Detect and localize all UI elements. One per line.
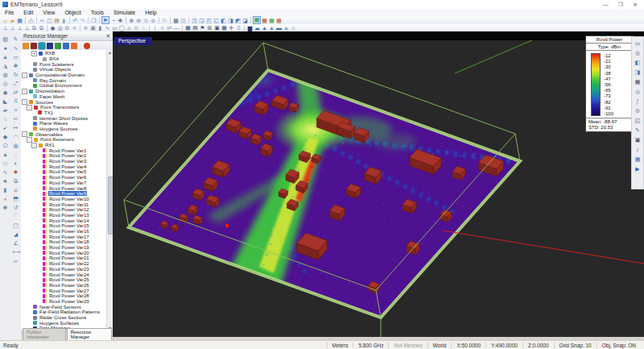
tree-item-rx1[interactable]: -RX1 bbox=[21, 143, 107, 148]
vp-cube2-icon[interactable]: ◨ bbox=[634, 68, 642, 77]
rm-layers-icon[interactable] bbox=[71, 43, 77, 49]
sphere-tool-icon[interactable]: ● bbox=[2, 44, 9, 52]
tree-item-rcvd-power-var15[interactable]: Rcvd Power Var15 bbox=[21, 223, 107, 229]
tree-item-rcvd-power-var4[interactable]: Rcvd Power Var4 bbox=[21, 164, 107, 169]
tree-item-huygens-sources[interactable]: Huygens Sources bbox=[21, 127, 107, 132]
torus-tool-icon[interactable]: ◎ bbox=[2, 79, 9, 88]
loft-tool-icon[interactable]: ◗ bbox=[2, 194, 9, 203]
terrain-icon[interactable]: ☁ bbox=[254, 24, 261, 31]
measure2-icon[interactable]: ∠ bbox=[12, 239, 19, 247]
env-icon[interactable]: ⌂ bbox=[290, 24, 297, 31]
tree-item-rcvd-power-var8[interactable]: Rcvd Power Var8 bbox=[21, 185, 107, 191]
sweep-icon[interactable]: ⌒ bbox=[12, 212, 19, 221]
tree-item-point-transmitters[interactable]: -Point Transmitters bbox=[21, 105, 107, 110]
tree-item-rcvd-power-var20[interactable]: Rcvd Power Var20 bbox=[21, 250, 107, 256]
box-tool-icon[interactable]: ▭ bbox=[111, 24, 118, 31]
open-icon[interactable]: ▰ bbox=[9, 17, 16, 24]
tree-item-rcvd-power-var26[interactable]: Rcvd Power Var26 bbox=[21, 283, 107, 289]
tree-item-rcvd-power-var19[interactable]: Rcvd Power Var19 bbox=[21, 245, 107, 251]
blob-tool-icon[interactable]: ❋ bbox=[2, 203, 9, 212]
tree-item-rcvd-power-var18[interactable]: Rcvd Power Var18 bbox=[21, 239, 107, 245]
collapse-icon[interactable]: - bbox=[22, 73, 27, 78]
orbit-icon[interactable]: ◔ bbox=[109, 17, 117, 24]
rotate-icon[interactable]: ↻ bbox=[12, 70, 19, 79]
vertex-icon[interactable]: ◬ bbox=[126, 24, 133, 31]
lock-icon[interactable]: ▣ bbox=[89, 24, 97, 31]
collapse-icon[interactable]: - bbox=[22, 89, 27, 94]
tree-item-hertzian-short-dipoles[interactable]: Hertzian Short Dipoles bbox=[21, 115, 107, 121]
vp-window-icon[interactable]: ▭ bbox=[634, 39, 642, 48]
tree-item-facet-mesh[interactable]: Facet Mesh bbox=[21, 94, 107, 100]
tree-item-virtual-objects[interactable]: Virtual Objects bbox=[21, 67, 107, 73]
axis-x-icon[interactable]: ⊥ bbox=[2, 24, 9, 31]
normal-icon[interactable]: ⊚ bbox=[133, 24, 140, 31]
subtract-icon[interactable]: ◌ bbox=[12, 150, 19, 159]
result-view-2-icon[interactable]: ▦ bbox=[261, 17, 268, 24]
star-tool-icon[interactable]: ★ bbox=[2, 177, 9, 185]
tree-item-global-environment[interactable]: Global Environment bbox=[21, 83, 107, 89]
pan-icon[interactable]: ✥ bbox=[117, 17, 124, 24]
zoom-out-icon[interactable]: ⊖ bbox=[135, 17, 142, 24]
tree-item-discretization[interactable]: -Discretization bbox=[21, 89, 107, 94]
plane-yz-icon[interactable]: ⧉ bbox=[38, 24, 45, 31]
revolve-icon[interactable]: ↺ bbox=[12, 203, 19, 212]
plate-tool-icon[interactable]: ▰ bbox=[2, 106, 9, 114]
align-icon[interactable]: ≡ bbox=[12, 106, 19, 114]
zoom-extents-icon[interactable]: ⊘ bbox=[150, 17, 157, 24]
explode-icon[interactable]: ✸ bbox=[12, 168, 19, 177]
table-icon[interactable]: ▦ bbox=[221, 24, 228, 31]
dash-icon[interactable]: — bbox=[173, 24, 180, 31]
undo-icon[interactable]: ↶ bbox=[72, 17, 79, 24]
tree-item-rcvd-power-var6[interactable]: Rcvd Power Var6 bbox=[21, 175, 107, 181]
disc-tool-icon[interactable]: ◉ bbox=[2, 88, 9, 97]
circle-tool-icon[interactable]: ◯ bbox=[118, 24, 126, 31]
vp-cam-icon[interactable]: ▣ bbox=[634, 135, 642, 145]
tree-item-ray-domain[interactable]: Ray Domain bbox=[21, 77, 107, 83]
tree-item-rcvd-power-var16[interactable]: Rcvd Power Var16 bbox=[21, 229, 107, 235]
tree-item-rcvd-power-var2[interactable]: Rcvd Power Var2 bbox=[21, 153, 107, 159]
tree-item-radar-cross-sections[interactable]: Radar Cross Sections bbox=[21, 315, 107, 321]
water-icon[interactable]: ▬ bbox=[275, 24, 283, 31]
extrude-icon[interactable]: ⬒ bbox=[12, 194, 19, 203]
redo-icon[interactable]: ↷ bbox=[79, 17, 86, 24]
menu-simulate[interactable]: Simulate bbox=[109, 10, 140, 15]
grid-toggle-icon[interactable]: ▦ bbox=[184, 24, 192, 31]
axis-view-icon[interactable]: ⊥ bbox=[23, 24, 31, 31]
tree-item-rcvd-power-var12[interactable]: Rcvd Power Var12 bbox=[21, 207, 107, 213]
panel-tab-resource-manager[interactable]: Resource Manager bbox=[67, 328, 112, 340]
tree-item-rcvd-power-var5[interactable]: Rcvd Power Var5 bbox=[21, 169, 107, 175]
vp-shade-icon[interactable]: ◍ bbox=[634, 48, 642, 58]
panel-tab-python-interpreter[interactable]: Python Interpreter bbox=[23, 328, 66, 340]
tree-item-rcvd-power-var23[interactable]: Rcvd Power Var23 bbox=[21, 267, 107, 272]
tree-item-point-scatterers[interactable]: Point Scatterers bbox=[21, 61, 107, 67]
close-button[interactable]: ✕ bbox=[633, 2, 638, 8]
view-left-icon[interactable]: ◰ bbox=[205, 17, 213, 24]
tree-item-rcvd-power-var22[interactable]: Rcvd Power Var22 bbox=[21, 261, 107, 267]
vp-play-icon[interactable]: ▶ bbox=[634, 164, 642, 174]
mountain-icon[interactable]: ▲ bbox=[268, 24, 275, 31]
hills-icon[interactable]: ▲ bbox=[261, 24, 268, 31]
tree-item-rcvd-power-var17[interactable]: Rcvd Power Var17 bbox=[21, 234, 107, 239]
vp-fx1-icon[interactable]: ƒ bbox=[634, 97, 642, 106]
tree-item-rcvd-power-var14[interactable]: Rcvd Power Var14 bbox=[21, 218, 107, 223]
tree-item-rcvd-power-var7[interactable]: Rcvd Power Var7 bbox=[21, 181, 107, 186]
vp-movie-icon[interactable]: ♪ bbox=[634, 145, 642, 155]
menu-help[interactable]: Help bbox=[140, 10, 161, 15]
axis-y-icon[interactable]: ⊥ bbox=[9, 24, 16, 31]
view-iso-icon[interactable]: ◩ bbox=[234, 17, 242, 24]
mirror-icon[interactable]: ⇄ bbox=[12, 88, 19, 97]
extend-icon[interactable]: ↦ bbox=[12, 123, 19, 132]
shaded-view-icon[interactable]: ▩ bbox=[172, 17, 180, 24]
select-arrow-icon[interactable]: ➤ bbox=[101, 16, 109, 24]
vp-clip-icon[interactable]: ◱ bbox=[634, 116, 642, 126]
tree-item-rcvd-power-var1[interactable]: Rcvd Power Var1 bbox=[21, 147, 107, 153]
view-right-icon[interactable]: ◱ bbox=[213, 17, 220, 24]
tree-item-rcvd-power-var21[interactable]: Rcvd Power Var21 bbox=[21, 256, 107, 261]
cone-tool-icon[interactable]: ▲ bbox=[2, 52, 9, 61]
ungroup-icon[interactable]: ⧄ bbox=[12, 185, 19, 194]
collapse-icon[interactable]: - bbox=[27, 105, 32, 110]
offset-icon[interactable]: ⇄ bbox=[166, 24, 173, 31]
dim-icon[interactable]: ⟷ bbox=[12, 247, 19, 256]
rm-results-icon[interactable] bbox=[39, 43, 45, 49]
snap-grid-icon[interactable]: ⌗ bbox=[71, 24, 78, 31]
